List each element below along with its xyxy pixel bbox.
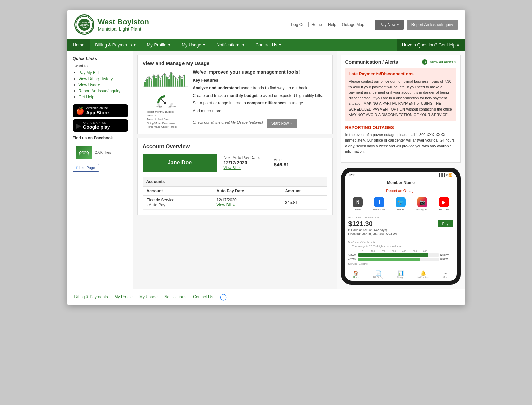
account-amount-cell: $46.81	[282, 195, 327, 209]
pay-divider	[267, 156, 267, 169]
start-now-button[interactable]: Start Now »	[267, 119, 297, 128]
footer-contact[interactable]: Contact Us	[193, 294, 213, 299]
svg-point-29	[164, 102, 166, 104]
phone-pay-button[interactable]: Pay	[438, 220, 453, 227]
youtube-icon: ▶	[439, 197, 449, 207]
nav-bar: Home Billing & Payments ▼ My Profile ▼ M…	[67, 39, 465, 51]
table-row: Electric Service- Auto Pay 12/17/2020Vie…	[143, 195, 327, 209]
svg-text:Profile: Profile	[169, 105, 176, 108]
svg-rect-11	[153, 75, 155, 86]
nav-home[interactable]: Home	[67, 39, 90, 51]
footer-facebook-icon[interactable]: ◯	[220, 293, 227, 301]
svg-text:WEST BOYLSTON: WEST BOYLSTON	[75, 21, 93, 23]
phone-usage-label: USAGE OVERVIEW	[348, 240, 453, 243]
phone-status-bar: 1:11 ▐▐▐ ▾ 📶	[345, 172, 457, 178]
app-store-small: Available on the	[86, 106, 109, 110]
phone-signal: ▐▐▐ ▾ 📶	[438, 173, 453, 177]
report-issue-button[interactable]: Report An Issue/Inquiry	[407, 20, 458, 30]
phone-usage-bar-2019: 4/2019 465 kWh	[348, 258, 453, 261]
svg-rect-16	[164, 74, 165, 87]
google-play-badge[interactable]: ▶ ANDROID APP ON Google play	[73, 119, 128, 132]
home-link[interactable]: Home	[309, 22, 325, 27]
social-facebook[interactable]: f Facebook	[369, 197, 389, 211]
logout-link[interactable]: Log Out	[288, 22, 309, 27]
phone-service-label: Service: Electric	[348, 262, 453, 266]
svg-rect-22	[177, 80, 178, 86]
phone-header: Member Name	[345, 178, 457, 187]
phone-report-outage[interactable]: Report an Outage	[345, 187, 457, 194]
link-view-usage[interactable]: View Usage	[79, 83, 100, 87]
notifications-arrow-icon: ▼	[242, 43, 245, 47]
outage-map-link[interactable]: Outage Map	[339, 22, 367, 27]
link-pay-bill[interactable]: Pay My Bill	[79, 70, 99, 75]
svg-rect-6	[143, 87, 188, 87]
app-store-badge[interactable]: 🍎 Available on the App Store	[73, 104, 128, 117]
phone-tab-usage[interactable]: 📊 Usage	[390, 269, 412, 279]
link-get-help[interactable]: Get Help	[79, 95, 94, 99]
phone-account-label: ACCOUNT OVERVIEW	[348, 216, 453, 219]
center-content: View and Manage My Usage	[133, 51, 337, 289]
footer-notifications[interactable]: Notifications	[164, 294, 186, 299]
svg-rect-8	[146, 79, 148, 87]
social-instagram[interactable]: 📷 Instagram	[412, 197, 432, 211]
phone-amount-row: $121.30 Pay	[348, 220, 453, 228]
svg-rect-7	[144, 82, 146, 87]
col-amount: Amount	[282, 186, 327, 195]
gauge-info: Target Monthly Budget Amount: ------ Amo…	[147, 110, 184, 129]
nav-profile[interactable]: My Profile ▼	[142, 39, 176, 51]
facebook-label: Facebook	[373, 208, 385, 211]
phone-usage-section: USAGE OVERVIEW 〜 Your usage is 12.9% hig…	[345, 238, 457, 268]
phone-tab-bill[interactable]: 📄 Bill & Pay	[367, 269, 390, 279]
footer-billing[interactable]: Billing & Payments	[74, 294, 108, 299]
link-report-issue[interactable]: Report An Issue/Inquiry	[79, 89, 121, 93]
pay-now-button[interactable]: Pay Now »	[375, 20, 404, 30]
nav-help[interactable]: Have a Question? Get Help.»	[397, 39, 465, 51]
logo-text: West Boylston Municipal Light Plant	[98, 18, 149, 32]
link-billing-history[interactable]: View Billing History	[79, 76, 113, 81]
footer-profile[interactable]: My Profile	[115, 294, 133, 299]
view-all-alerts[interactable]: 3 View All Alerts »	[422, 59, 456, 65]
gauge-svg: Target Profile	[154, 91, 176, 108]
account-name-row: Jane Doe Next Auto Pay Date: 12/17/2020 …	[143, 154, 327, 172]
view-bill-link[interactable]: View Bill »	[224, 166, 241, 170]
accounts-box: Accounts Account Auto Pay Date Amount	[143, 177, 327, 210]
phone-usage-note: 〜 Your usage is 12.9% higher than last y…	[348, 244, 453, 248]
phone-tab-home[interactable]: 🏠 Home	[345, 269, 367, 279]
comm-header: Communication / Alerts 3 View All Alerts…	[345, 59, 456, 65]
social-news[interactable]: N News	[348, 197, 368, 211]
find-on-facebook: Find us on Facebook	[73, 136, 128, 141]
svg-rect-15	[162, 76, 163, 86]
account-name-badge: Jane Doe	[143, 154, 217, 172]
svg-rect-13	[157, 75, 159, 87]
next-pay-label: Next Auto Pay Date:	[224, 155, 260, 160]
phone-bill-updated: Updated: Mar 30, 2020 09:55:24 PM	[348, 232, 453, 236]
footer-usage[interactable]: My Usage	[139, 294, 158, 299]
comm-title: Communication / Alerts	[345, 59, 398, 65]
like-page-button[interactable]: f Like Page	[73, 164, 99, 172]
view-bill-table-link[interactable]: View Bill »	[217, 202, 235, 207]
social-twitter[interactable]: 🐦 Twitter	[391, 197, 411, 211]
usage-promo: Target Profile Target Monthly Budget Amo…	[143, 69, 327, 129]
more-tab-icon: ···	[444, 270, 448, 276]
usage-promo-heading: We've improved your usage management too…	[193, 69, 323, 75]
svg-text:MUNICIPAL: MUNICIPAL	[80, 24, 89, 26]
svg-rect-9	[148, 77, 150, 87]
phone-social-icons: N News f Facebook 🐦 Twitter 📷	[345, 194, 457, 214]
features-title: Key Features	[193, 77, 323, 83]
nav-contact[interactable]: Contact Us ▼	[250, 39, 287, 51]
usage-chart-svg	[143, 69, 188, 90]
alert-bg-1: Late Payments/Disconnections Please cont…	[345, 68, 456, 121]
nav-billing[interactable]: Billing & Payments ▼	[90, 39, 141, 51]
sidebar: Quick Links I want to... Pay My Bill Vie…	[67, 51, 133, 289]
billing-arrow-icon: ▼	[133, 43, 136, 47]
apple-icon: 🍎	[76, 107, 84, 115]
help-link[interactable]: Help	[325, 22, 339, 27]
social-youtube[interactable]: ▶ YouTube	[434, 197, 454, 211]
nav-usage[interactable]: My Usage ▼	[176, 39, 211, 51]
phone-mockup: 1:11 ▐▐▐ ▾ 📶 Member Name Report an Outag…	[341, 168, 461, 285]
phone-tab-more[interactable]: ··· More	[434, 269, 456, 279]
twitter-icon: 🐦	[396, 197, 406, 207]
app-store-big: App Store	[86, 110, 109, 115]
nav-notifications[interactable]: Notifications ▼	[211, 39, 250, 51]
phone-tab-notifications[interactable]: 🔔 Notifications	[412, 269, 434, 279]
